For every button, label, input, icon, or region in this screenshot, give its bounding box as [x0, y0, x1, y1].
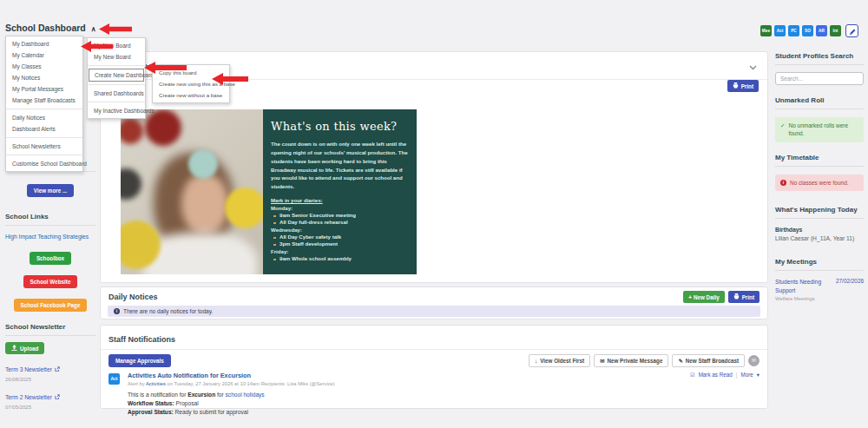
staff-notifications-panel: Staff Notifications Manage Approvals ↓ V… [100, 325, 768, 409]
hero-banner: What's on this week? The count down is o… [121, 109, 417, 274]
down-arrow-icon: ↓ [535, 358, 537, 364]
annotation-arrow-my-dashboard [81, 41, 113, 52]
annotation-arrow-selector [99, 23, 132, 35]
mark-as-read-link[interactable]: Mark as Read [699, 372, 733, 378]
notification-title-link[interactable]: Activities Auto Notification for Excursi… [128, 372, 251, 379]
meeting-date: 27/02/2026 [836, 278, 864, 294]
chevron-down-icon[interactable] [749, 58, 757, 74]
bullet-icon [273, 237, 276, 239]
timetable-alert: i No classes were found. [775, 174, 864, 191]
upload-button[interactable]: Upload [5, 342, 44, 354]
unmarked-roll-alert: ✓ No unmarked rolls were found. [775, 117, 864, 142]
hero-item: 9am Whole school assembly [271, 255, 409, 261]
newsletter-date: 07/05/2025 [5, 405, 95, 410]
newsletter-item: Term 3 Newsletter 26/08/2025 [5, 359, 95, 382]
module-badge-mee[interactable]: Mee [760, 25, 772, 36]
hero-item: 9am Senior Executive meeting [271, 212, 409, 218]
meeting-subtitle: Welfare Meetings [775, 296, 864, 301]
external-link-icon [55, 366, 60, 372]
info-icon: i [114, 308, 120, 314]
meeting-item: Students Needing Support 27/02/2026 [775, 278, 864, 294]
birthday-value: Lilian Caesar (H_11A, Year 11) [775, 235, 864, 241]
school-website-button[interactable]: School Website [23, 275, 78, 288]
hero-item: All Day Cyber safety talk [271, 234, 409, 240]
school-facebook-button[interactable]: School Facebook Page [14, 299, 88, 312]
caret-up-icon: ∧ [91, 25, 96, 33]
menu-item-my-dashboard[interactable]: My Dashboard [6, 38, 82, 49]
module-badge-int[interactable]: Int [830, 25, 841, 36]
new-staff-broadcast-button[interactable]: ✎ New Staff Broadcast [672, 354, 745, 367]
menu-divider [6, 109, 82, 109]
envelope-icon: ✉ [600, 358, 604, 364]
menu-item-create-new-without-base[interactable]: Create new without a base [153, 89, 229, 101]
menu-item-my-inactive-dashboards[interactable]: My Inactive Dashboards [88, 105, 145, 116]
menu-divider [88, 84, 145, 85]
manage-approvals-button[interactable]: Manage Approvals [108, 354, 171, 367]
term2-newsletter-link[interactable]: Term 2 Newsletter [5, 394, 60, 400]
hero-day: Wednesday: [271, 227, 409, 233]
new-private-message-button[interactable]: ✉ New Private Message [594, 354, 668, 367]
dashboard-selector-label: School Dashboard [5, 23, 86, 33]
newsletter-item: Term 2 Newsletter 07/05/2025 [5, 387, 95, 410]
hero-day: Friday: [271, 248, 409, 254]
school-holidays-link[interactable]: school holidays [226, 392, 265, 398]
dashboard-dropdown-menu: My Dashboard My Calendar My Classes My N… [5, 36, 83, 172]
activities-link[interactable]: Activities [146, 381, 166, 386]
menu-divider [6, 155, 82, 155]
notification-item: Act Activities Auto Notification for Exc… [101, 370, 767, 423]
hero-photo [121, 109, 263, 274]
school-links-heading: School Links [5, 213, 95, 226]
menu-item-daily-notices[interactable]: Daily Notices [6, 112, 82, 123]
annotation-arrow-create-new-dashboard [144, 62, 187, 74]
menu-divider [88, 65, 145, 66]
student-search-input[interactable] [775, 72, 864, 85]
module-badge-act[interactable]: Act [774, 25, 786, 36]
notifications-circle-badge[interactable]: ✉ [748, 355, 760, 366]
new-daily-button[interactable]: + New Daily [683, 291, 724, 303]
module-badge-pc[interactable]: PC [788, 25, 799, 36]
more-menu-link[interactable]: More [740, 372, 753, 378]
right-sidebar: Student Profiles Search Unmarked Roll ✓ … [775, 52, 864, 301]
menu-item-school-newsletters[interactable]: School Newsletters [6, 141, 82, 152]
happening-today-heading: What's Happening Today [775, 206, 864, 219]
term3-newsletter-link[interactable]: Term 3 Newsletter [5, 366, 60, 372]
pencil-icon [849, 23, 856, 39]
menu-item-manage-staff-broadcasts[interactable]: Manage Staff Broadcasts [6, 95, 82, 106]
plus-icon: + [688, 294, 692, 300]
hero-item: All Day full-dress rehearsal [271, 219, 409, 225]
my-meetings-heading: My Meetings [775, 258, 864, 271]
daily-notices-empty-alert: i There are no daily notices for today. [108, 306, 760, 317]
view-more-button[interactable]: View more ... [27, 184, 74, 197]
timetable-heading: My Timetable [775, 154, 864, 167]
menu-item-my-classes[interactable]: My Classes [6, 61, 82, 72]
meeting-link[interactable]: Students Needing Support [775, 278, 825, 294]
menu-divider [6, 137, 82, 138]
mark-read-icon: ☑ [690, 372, 695, 378]
menu-item-create-new-dashboard[interactable]: Create New Dashboard [89, 69, 144, 82]
left-sidebar: Today's Staff Absences View more ... Sch… [5, 159, 95, 410]
bullet-icon [273, 244, 276, 246]
printer-icon [733, 293, 740, 300]
menu-item-customise-school-dashboard[interactable]: Customise School Dashboard [6, 158, 82, 169]
upload-icon [11, 345, 17, 352]
menu-item-my-portal-messages[interactable]: My Portal Messages [6, 83, 82, 95]
unmarked-roll-heading: Unmarked Roll [775, 96, 864, 109]
module-badge-ar[interactable]: AR [816, 25, 827, 36]
divider: | [736, 372, 738, 378]
menu-item-my-calendar[interactable]: My Calendar [6, 49, 82, 61]
menu-item-my-new-board-2[interactable]: My New Board [88, 51, 145, 63]
daily-print-button[interactable]: Print [728, 291, 760, 303]
hits-link[interactable]: High Impact Teaching Strategies [5, 234, 95, 240]
panel-print-button[interactable]: Print [727, 80, 759, 92]
menu-item-dashboard-alerts[interactable]: Dashboard Alerts [6, 123, 82, 135]
menu-item-shared-dashboards[interactable]: Shared Dashboards [88, 88, 145, 99]
menu-item-my-notices[interactable]: My Notices [6, 72, 82, 83]
schoolbox-button[interactable]: Schoolbox [30, 252, 71, 265]
bullet-icon [273, 222, 276, 224]
envelope-icon: ✉ [752, 358, 756, 363]
module-badge-so[interactable]: SO [802, 25, 813, 36]
edit-badges-button[interactable] [845, 24, 858, 37]
view-oldest-first-button[interactable]: ↓ View Oldest First [529, 354, 590, 367]
bullet-icon [273, 259, 276, 260]
bullet-icon [273, 215, 276, 217]
